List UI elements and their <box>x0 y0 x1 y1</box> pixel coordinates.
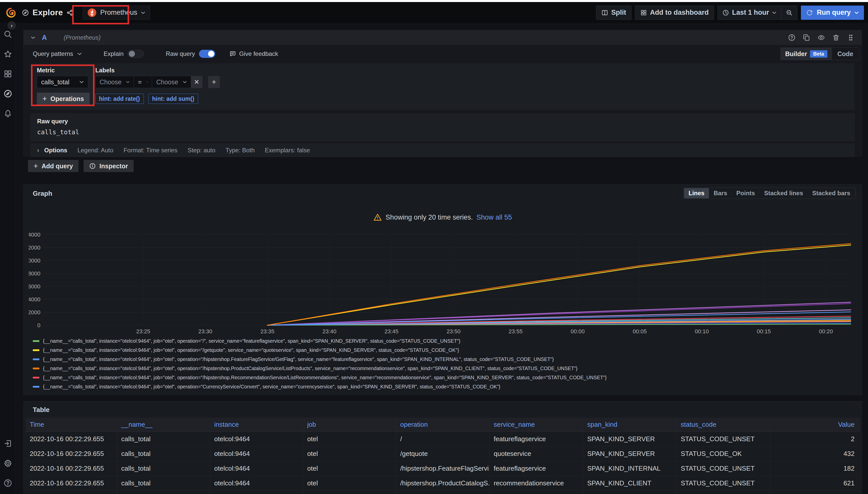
duplicate-query-icon[interactable] <box>803 34 810 41</box>
share-icon[interactable] <box>66 9 73 16</box>
table-cell: featureflagservice <box>490 432 583 446</box>
label-operator-select[interactable]: = <box>134 76 152 88</box>
add-operations-button[interactable]: + Operations <box>37 93 90 105</box>
table-header-cell[interactable]: Time <box>26 418 117 432</box>
legend-series-label[interactable]: {__name__="calls_total", instance="otelc… <box>43 365 578 372</box>
table-header-cell[interactable]: Value <box>770 418 860 432</box>
help-icon[interactable] <box>3 479 12 488</box>
builder-tab[interactable]: Builder Beta <box>781 48 832 60</box>
graph-mode-points[interactable]: Points <box>732 188 759 198</box>
sign-in-icon[interactable] <box>3 439 12 448</box>
legend-series-label[interactable]: {__name__="calls_total", instance="otelc… <box>43 356 554 362</box>
query-options-row[interactable]: › Options Legend: AutoFormat: Time serie… <box>31 144 854 157</box>
code-tab[interactable]: Code <box>832 50 859 58</box>
graph-mode-lines[interactable]: Lines <box>684 188 709 198</box>
graph-mode-bars[interactable]: Bars <box>709 188 731 198</box>
legend-series-label[interactable]: {__name__="calls_total", instance="otelc… <box>43 384 500 390</box>
datasource-picker[interactable]: Prometheus <box>83 5 150 20</box>
add-to-dashboard-button[interactable]: Add to dashboard <box>635 5 714 20</box>
table-cell: otel <box>303 432 396 446</box>
zoom-out-time-button[interactable] <box>781 6 797 20</box>
grafana-logo[interactable] <box>5 7 17 19</box>
starred-icon[interactable] <box>3 50 12 58</box>
clock-icon <box>722 10 729 16</box>
add-query-button[interactable]: + Add query <box>28 160 78 172</box>
graph-mode-stacked-bars[interactable]: Stacked bars <box>808 188 855 198</box>
query-hint-button[interactable]: hint: add sum() <box>148 94 198 104</box>
legend-row: {__name__="calls_total", instance="otelc… <box>33 345 856 355</box>
table-header-cell[interactable]: service_name <box>490 418 583 432</box>
query-patterns-dropdown[interactable]: Query patterns <box>33 50 82 57</box>
table-row[interactable]: 2022-10-16 00:22:29.655calls_totalotelco… <box>26 432 860 446</box>
graph-panel: Graph LinesBarsPointsStacked linesStacke… <box>23 184 862 395</box>
table-header-cell[interactable]: job <box>303 418 396 432</box>
chevron-down-icon <box>854 11 859 14</box>
query-row-header[interactable]: A (Prometheus) <box>24 30 862 45</box>
raw-query-toggle-label: Raw query <box>166 50 195 57</box>
label-operator: = <box>138 78 142 86</box>
settings-gear-icon[interactable] <box>3 459 12 468</box>
label-key-select[interactable]: Choose <box>95 76 134 88</box>
table-row[interactable]: 2022-10-16 00:22:29.655calls_totalotelco… <box>26 446 860 461</box>
collapse-chevron-icon[interactable] <box>31 36 35 39</box>
drag-handle-icon[interactable] <box>847 34 854 41</box>
chevron-down-icon <box>772 11 777 14</box>
table-header-cell[interactable]: status_code <box>677 418 770 432</box>
x-axis-tick-label: 00:20 <box>819 328 833 335</box>
legend-series-label[interactable]: {__name__="calls_total", instance="otelc… <box>43 338 460 344</box>
legend-series-label[interactable]: {__name__="calls_total", instance="otelc… <box>43 347 459 353</box>
query-actions: + Add query Inspector <box>28 160 134 172</box>
explain-toggle[interactable] <box>128 50 144 58</box>
metric-select[interactable]: calls_total <box>37 76 88 88</box>
graph-mode-stacked-lines[interactable]: Stacked lines <box>759 188 808 198</box>
remove-label-filter-button[interactable]: ✕ <box>191 76 202 88</box>
time-range-button[interactable]: Last 1 hour <box>718 6 781 20</box>
disable-query-eye-icon[interactable] <box>817 34 825 41</box>
label-value-select[interactable]: Choose <box>152 76 191 88</box>
inspector-button[interactable]: Inspector <box>84 160 134 172</box>
raw-query-label: Raw query <box>37 118 848 125</box>
table-cell: SPAN_KIND_SERVER <box>583 432 677 446</box>
table-cell: STATUS_CODE_UNSET <box>677 476 770 491</box>
time-range-label: Last 1 hour <box>732 8 769 17</box>
sidebar-expand-button[interactable]: › <box>7 21 16 30</box>
x-axis-tick-label: 00:05 <box>633 328 647 335</box>
table-cell: STATUS_CODE_UNSET <box>677 461 770 476</box>
legend-series-color <box>33 367 39 369</box>
run-query-button[interactable]: Run query <box>801 5 864 20</box>
table-cell: /getquote <box>396 446 490 461</box>
show-all-series-link[interactable]: Show all 55 <box>476 213 512 221</box>
comment-icon <box>230 51 236 57</box>
query-hint-button[interactable]: hint: add rate() <box>95 94 144 104</box>
table-cell: /hipstershop.ProductCatalogS... <box>396 476 490 491</box>
table-header-cell[interactable]: instance <box>210 418 303 432</box>
explore-compass-icon[interactable] <box>3 89 12 98</box>
time-series-chart[interactable]: 0200040006000800010000120001400023:2523:… <box>29 233 857 338</box>
legend-series-label[interactable]: {__name__="calls_total", instance="otelc… <box>43 375 607 381</box>
option-summary-item: Exemplars: false <box>265 147 310 154</box>
query-help-icon[interactable] <box>788 34 796 41</box>
search-icon[interactable] <box>3 30 12 39</box>
warning-triangle-icon <box>373 213 382 222</box>
add-label-filter-button[interactable]: + <box>208 76 220 88</box>
x-axis-tick-label: 00:15 <box>757 328 771 335</box>
table-header-cell[interactable]: operation <box>396 418 490 432</box>
raw-query-toggle[interactable] <box>199 50 215 58</box>
remove-query-trash-icon[interactable] <box>832 34 840 41</box>
table-header-cell[interactable]: span_kind <box>583 418 677 432</box>
prometheus-logo-icon <box>87 8 96 17</box>
browser-edge-strip <box>0 0 868 2</box>
x-axis-tick-label: 23:45 <box>384 328 398 335</box>
table-header-cell[interactable]: __name__ <box>117 418 210 432</box>
dashboards-icon[interactable] <box>3 70 12 78</box>
table-row[interactable]: 2022-10-16 00:22:29.655calls_totalotelco… <box>26 476 860 491</box>
alerting-bell-icon[interactable] <box>3 109 12 118</box>
table-row[interactable]: 2022-10-16 00:22:29.655calls_totalotelco… <box>26 491 860 494</box>
table-row[interactable]: 2022-10-16 00:22:29.655calls_totalotelco… <box>26 461 860 476</box>
split-button[interactable]: Split <box>596 5 631 20</box>
give-feedback-button[interactable]: Give feedback <box>230 50 278 57</box>
legend-series-color <box>33 377 39 379</box>
explore-title-group: Explore <box>22 8 73 17</box>
table-cell: 621 <box>770 476 860 491</box>
option-summary-item: Step: auto <box>187 147 215 154</box>
